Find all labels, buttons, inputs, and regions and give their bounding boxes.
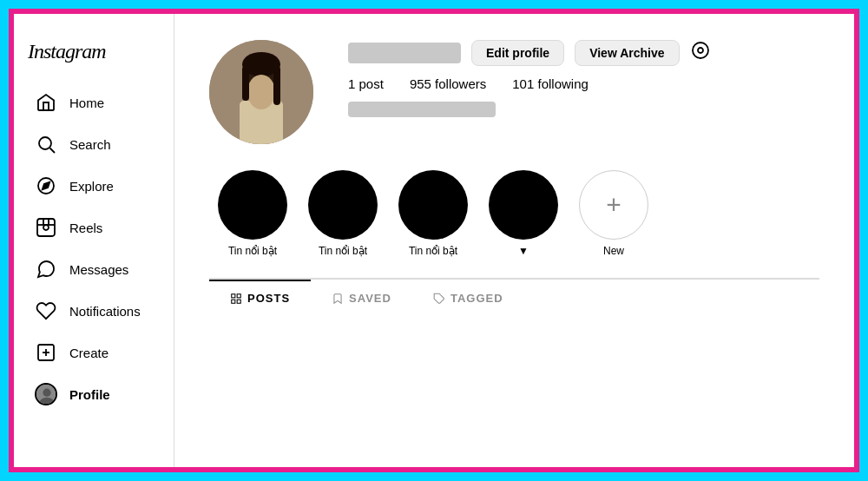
highlight-label-2: Tin nổi bật — [319, 245, 367, 257]
highlight-item-4[interactable]: ▼ — [489, 170, 558, 257]
grid-icon — [230, 293, 242, 305]
search-icon — [35, 133, 57, 155]
settings-button[interactable] — [690, 40, 711, 66]
sidebar-item-search[interactable]: Search — [21, 124, 167, 164]
sidebar-item-explore[interactable]: Explore — [21, 166, 167, 206]
tab-saved-label: SAVED — [349, 292, 391, 305]
svg-rect-4 — [37, 219, 55, 236]
highlight-circle-4 — [489, 170, 558, 240]
following-count[interactable]: 101 following — [512, 76, 589, 91]
tab-tagged[interactable]: TAGGED — [412, 280, 524, 315]
sidebar-item-reels[interactable]: Reels — [21, 208, 167, 247]
svg-point-20 — [247, 75, 275, 109]
sidebar: Instagram Home — [14, 14, 174, 467]
sidebar-label-explore: Explore — [69, 179, 114, 194]
svg-rect-21 — [242, 66, 249, 101]
profile-avatar-icon — [35, 383, 57, 405]
highlight-circle-1 — [218, 170, 287, 240]
svg-rect-22 — [273, 66, 280, 105]
sidebar-label-home: Home — [69, 96, 104, 110]
messages-icon — [35, 258, 57, 280]
sidebar-item-create[interactable]: Create — [21, 333, 167, 372]
profile-header: Edit profile View Archive 1 post 955 fol — [209, 40, 819, 144]
highlight-circle-2 — [308, 170, 378, 240]
sidebar-label-create: Create — [69, 346, 108, 360]
svg-point-24 — [698, 48, 703, 53]
svg-rect-28 — [237, 300, 240, 303]
highlight-label-3: Tin nổi bật — [409, 245, 457, 257]
highlight-item-new[interactable]: + New — [579, 170, 648, 257]
svg-rect-26 — [237, 293, 240, 297]
sidebar-label-profile: Profile — [69, 387, 110, 402]
sidebar-label-search: Search — [69, 137, 111, 152]
notifications-icon — [35, 300, 57, 322]
followers-count[interactable]: 955 followers — [410, 76, 486, 91]
highlight-item-1[interactable]: Tin nổi bật — [218, 170, 287, 257]
highlight-label-1: Tin nổi bật — [228, 245, 277, 257]
sidebar-item-messages[interactable]: Messages — [21, 249, 167, 289]
highlight-item-2[interactable]: Tin nổi bật — [308, 170, 378, 257]
highlight-item-3[interactable]: Tin nổi bật — [398, 170, 468, 257]
sidebar-label-reels: Reels — [69, 221, 102, 235]
tab-posts[interactable]: POSTS — [209, 280, 311, 315]
svg-rect-25 — [232, 293, 235, 297]
view-archive-button[interactable]: View Archive — [575, 40, 679, 66]
tab-posts-label: POSTS — [247, 292, 290, 305]
app-logo: Instagram — [14, 28, 174, 82]
svg-line-1 — [50, 148, 56, 154]
highlight-label-new: New — [603, 245, 624, 257]
username-placeholder — [348, 43, 461, 63]
sidebar-item-profile[interactable]: Profile — [21, 374, 167, 414]
settings-icon — [690, 40, 711, 61]
bookmark-icon — [332, 293, 344, 305]
stats-row: 1 post 955 followers 101 following — [348, 76, 711, 91]
profile-info: Edit profile View Archive 1 post 955 fol — [348, 40, 711, 117]
create-icon — [35, 341, 57, 364]
home-icon — [35, 91, 57, 114]
svg-point-13 — [43, 389, 50, 397]
sidebar-label-notifications: Notifications — [69, 304, 141, 319]
highlight-label-4: ▼ — [518, 245, 529, 257]
svg-rect-27 — [232, 300, 235, 303]
highlights-row: Tin nổi bật Tin nổi bật Tin nổi bật ▼ — [209, 170, 819, 257]
svg-marker-3 — [43, 182, 49, 189]
bio-placeholder — [348, 102, 496, 117]
svg-point-0 — [39, 137, 51, 149]
main-content: Edit profile View Archive 1 post 955 fol — [174, 14, 854, 467]
svg-point-23 — [693, 43, 708, 58]
sidebar-label-messages: Messages — [69, 262, 128, 277]
highlight-circle-3 — [398, 170, 468, 240]
edit-profile-button[interactable]: Edit profile — [471, 40, 564, 66]
sidebar-item-notifications[interactable]: Notifications — [21, 291, 167, 331]
profile-avatar — [209, 40, 313, 144]
tab-saved[interactable]: SAVED — [311, 280, 412, 315]
add-highlight-circle: + — [579, 170, 648, 240]
sidebar-item-home[interactable]: Home — [21, 82, 167, 122]
profile-top-row: Edit profile View Archive — [348, 40, 711, 66]
post-count[interactable]: 1 post — [348, 76, 384, 91]
tag-icon — [433, 293, 445, 305]
reels-icon — [35, 216, 57, 239]
explore-icon — [35, 175, 57, 197]
tabs-row: POSTS SAVED TAGGED — [209, 279, 819, 315]
tab-tagged-label: TAGGED — [450, 292, 503, 305]
